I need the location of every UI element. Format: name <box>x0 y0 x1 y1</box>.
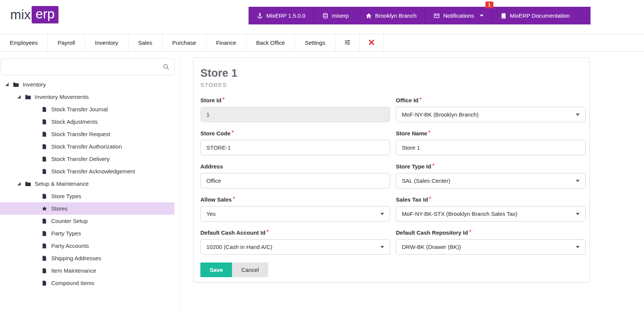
store-type-id-label: Store Type Id* <box>396 163 586 170</box>
database-label: mixerp <box>332 12 349 19</box>
cancel-button[interactable]: Cancel <box>232 262 268 277</box>
required-marker: * <box>267 229 269 235</box>
sidebar-item-stock-transfer-authorization[interactable]: Stock Transfer Authorization <box>0 140 174 153</box>
tab-sales[interactable]: Sales <box>128 34 163 52</box>
sales-tax-id-select[interactable]: MoF-NY-BK-STX (Brooklyn Branch Sales Tax… <box>396 206 586 221</box>
store-name-group: Store Name* <box>396 130 586 155</box>
search-icon <box>163 64 169 72</box>
sidebar-item-party-types[interactable]: Party Types <box>0 227 174 240</box>
file-icon <box>41 143 48 150</box>
store-type-id-group: Store Type Id* SAL (Sales Center) <box>396 163 586 188</box>
required-marker: * <box>420 96 421 102</box>
default-cash-repository-id-select[interactable]: DRW-BK (Drawer (BK)) <box>396 239 586 255</box>
store-form: Store Id* Store Code* Address Allow Sale… <box>200 97 586 277</box>
tab-inventory[interactable]: Inventory <box>85 34 128 52</box>
required-marker: * <box>428 129 430 135</box>
sidebar-item-inventory[interactable]: Inventory <box>0 78 174 91</box>
page-subtitle: STORES <box>200 82 586 88</box>
form-column-left: Store Id* Store Code* Address Allow Sale… <box>200 97 390 277</box>
sidebar-item-shipping-addresses[interactable]: Shipping Addresses <box>0 252 174 264</box>
store-form-card: Store 1 STORES Store Id* Store Code* Add… <box>193 58 590 282</box>
allow-sales-value: Yes <box>206 211 215 217</box>
database-menu-item[interactable]: mixerp <box>314 7 357 24</box>
store-type-id-value: SAL (Sales Center) <box>402 177 450 184</box>
store-name-field[interactable] <box>396 140 586 155</box>
version-menu-item[interactable]: MixERP 1.5.0.0 <box>249 7 314 24</box>
navigation-tree: Inventory Inventory Movements Stock Tran… <box>0 78 181 289</box>
sidebar-item-counter-setup[interactable]: Counter Setup <box>0 215 174 227</box>
file-icon <box>41 280 48 286</box>
sidebar-item-stock-adjustments[interactable]: Stock Adjustments <box>0 115 174 128</box>
default-cash-account-label: Default Cash Account Id* <box>200 229 390 236</box>
store-type-id-select[interactable]: SAL (Sales Center) <box>396 173 586 188</box>
allow-sales-group: Allow Sales* Yes <box>200 196 390 221</box>
expand-caret-icon[interactable] <box>17 95 21 99</box>
tab-purchase[interactable]: Purchase <box>162 34 206 52</box>
tab-settings[interactable]: Settings <box>295 34 335 52</box>
chevron-down-icon <box>576 246 580 248</box>
close-icon <box>368 39 375 47</box>
page-title: Store 1 <box>200 67 586 79</box>
allow-sales-select[interactable]: Yes <box>200 206 390 221</box>
home-icon <box>366 13 372 19</box>
required-marker: * <box>429 196 431 202</box>
notifications-menu-item[interactable]: 1 Notifications <box>425 7 492 24</box>
sales-tax-id-group: Sales Tax Id* MoF-NY-BK-STX (Brooklyn Br… <box>396 196 586 221</box>
sidebar: Inventory Inventory Movements Stock Tran… <box>0 52 181 314</box>
documentation-menu-item[interactable]: MixERP Documentation <box>492 7 578 24</box>
notifications-label: Notifications <box>443 12 474 19</box>
default-cash-repository-label: Default Cash Repository Id* <box>396 229 586 236</box>
file-icon <box>41 168 48 174</box>
sidebar-item-stock-transfer-journal[interactable]: Stock Transfer Journal <box>0 103 174 115</box>
file-icon <box>41 230 48 237</box>
logo-text-erp: erp <box>32 6 58 23</box>
tab-customize[interactable] <box>336 34 360 52</box>
default-cash-account-id-select[interactable]: 10200 (Cash in Hand A/C) <box>200 239 390 255</box>
sidebar-item-store-types[interactable]: Store Types <box>0 190 174 202</box>
database-icon <box>322 13 328 19</box>
expand-caret-icon[interactable] <box>5 83 9 86</box>
search-input[interactable] <box>1 59 174 75</box>
file-icon <box>41 255 48 261</box>
star-icon <box>41 205 48 212</box>
book-icon <box>501 13 507 19</box>
main-menu-tabbar: Employees Payroll Inventory Sales Purcha… <box>0 34 644 52</box>
tab-back-office[interactable]: Back Office <box>246 34 295 52</box>
file-icon <box>41 218 48 224</box>
sidebar-item-stock-transfer-acknowledgement[interactable]: Stock Transfer Acknowledgement <box>0 165 174 177</box>
sidebar-search-box <box>1 58 175 75</box>
chevron-down-icon <box>480 15 484 17</box>
store-code-label: Store Code* <box>200 130 390 137</box>
tab-payroll[interactable]: Payroll <box>48 34 85 52</box>
expand-caret-icon[interactable] <box>17 182 21 185</box>
app-logo[interactable]: mix erp <box>10 6 58 23</box>
required-marker: * <box>232 129 233 135</box>
tab-finance[interactable]: Finance <box>206 34 246 52</box>
sidebar-item-item-maintenance[interactable]: Item Maintenance <box>0 264 174 277</box>
logo-text-mix: mix <box>10 7 31 22</box>
branch-menu-item[interactable]: Brooklyn Branch <box>357 7 425 24</box>
address-label: Address <box>200 163 390 170</box>
sidebar-item-stores[interactable]: Stores <box>0 202 174 215</box>
sidebar-item-compound-items[interactable]: Compound Items <box>0 277 174 289</box>
sidebar-item-stock-transfer-request[interactable]: Stock Transfer Request <box>0 128 174 140</box>
anchor-icon <box>257 13 263 19</box>
address-field[interactable] <box>200 173 390 188</box>
documentation-label: MixERP Documentation <box>510 12 570 19</box>
sidebar-item-stock-transfer-delivery[interactable]: Stock Transfer Delivery <box>0 153 174 165</box>
office-id-select[interactable]: MoF-NY-BK (Brooklyn Branch) <box>396 107 586 122</box>
sidebar-item-setup-maintenance[interactable]: Setup & Maintenance <box>0 177 174 190</box>
envelope-icon <box>433 13 440 19</box>
version-label: MixERP 1.5.0.0 <box>266 12 305 19</box>
address-group: Address <box>200 163 390 188</box>
save-button[interactable]: Save <box>200 262 232 277</box>
sidebar-item-inventory-movements[interactable]: Inventory Movements <box>0 91 174 103</box>
chevron-down-icon <box>576 114 580 116</box>
tab-employees[interactable]: Employees <box>0 34 48 52</box>
tab-close[interactable] <box>360 34 384 52</box>
store-code-field[interactable] <box>200 140 390 155</box>
chevron-down-icon <box>380 246 384 248</box>
file-icon <box>41 267 48 274</box>
sidebar-item-party-accounts[interactable]: Party Accounts <box>0 240 174 252</box>
form-buttons: Save Cancel <box>200 262 390 277</box>
